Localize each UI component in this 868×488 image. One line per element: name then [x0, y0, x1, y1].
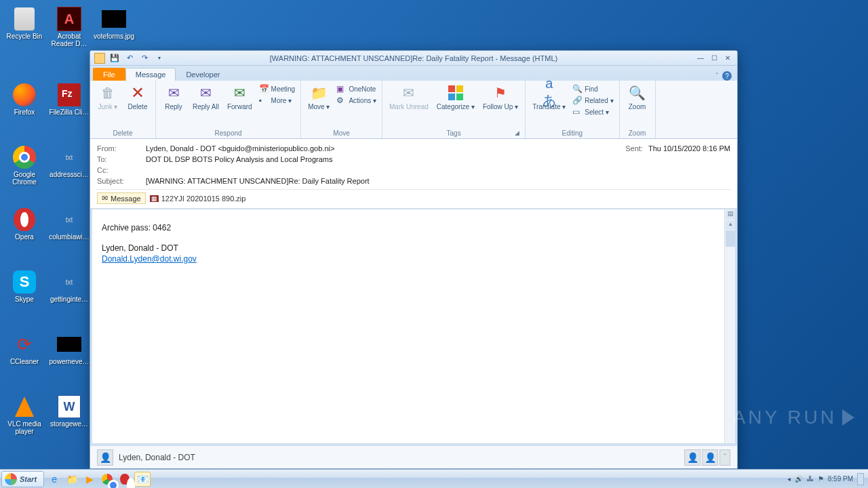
scroll-options-icon[interactable]: ▤ [726, 210, 735, 220]
collapse-ribbon-icon[interactable]: ˆ [716, 73, 718, 80]
taskbar-explorer[interactable]: 📁 [64, 472, 80, 487]
cc-value [146, 166, 730, 174]
desktop-icon-firefox[interactable]: Firefox [4, 80, 45, 127]
to-value: DOT DL DSP BOTS Policy Analysis and Loca… [146, 155, 730, 163]
tray-show-desktop[interactable] [857, 473, 864, 485]
save-icon[interactable]: 💾 [109, 53, 120, 64]
desktop-icon-gettinginte[interactable]: txtgettinginte… [49, 267, 90, 314]
related-button[interactable]: 🔗Related ▾ [571, 95, 614, 106]
minimize-button[interactable]: — [695, 54, 706, 63]
from-label: From: [97, 144, 146, 152]
people-pane-btn-1[interactable]: 👤 [684, 449, 701, 466]
desktop: Recycle Bin AAcrobat Reader D… voteforms… [0, 0, 868, 469]
svg-rect-1 [456, 85, 463, 92]
system-tray: ◂ 🔊 🖧 ⚑ 8:59 PM [787, 473, 868, 485]
outlook-window: 💾 ↶ ↷ ▾ [WARNING: ATTACHMENT UNSCANNED]R… [90, 50, 738, 469]
watermark: ANY RUN [732, 407, 854, 428]
desktop-icon-chrome[interactable]: Google Chrome [4, 142, 45, 190]
desktop-icon-opera[interactable]: Opera [4, 205, 45, 252]
desktop-icon-addresssci[interactable]: txtaddresssci… [49, 142, 90, 190]
scroll-thumb[interactable] [726, 230, 735, 247]
desktop-icon-columbiawi[interactable]: txtcolumbiawi… [49, 205, 90, 252]
people-name: Lyden, Donald - DOT [119, 453, 195, 462]
sent-label: Sent: [625, 144, 643, 152]
group-zoom-label: Zoom [624, 128, 651, 138]
meeting-button[interactable]: 📅Meeting [258, 83, 297, 94]
undo-icon[interactable]: ↶ [124, 53, 135, 64]
tray-volume-icon[interactable]: 🔊 [795, 475, 803, 483]
play-icon [842, 409, 854, 426]
close-button[interactable]: ✕ [722, 54, 733, 63]
signature-email-link[interactable]: Donald.Lyden@dot.wi.gov [102, 254, 197, 264]
group-move-label: Move [305, 128, 378, 138]
desktop-icon-vlc[interactable]: VLC media player [4, 392, 45, 439]
tab-developer[interactable]: Developer [176, 68, 230, 81]
subject-value: [WARNING: ATTACHMENT UNSCANNED]Re: Daily… [146, 177, 730, 185]
message-body-area: Archive pass: 0462 Lyden, Donald - DOT D… [92, 209, 736, 444]
message-body: Archive pass: 0462 Lyden, Donald - DOT D… [92, 209, 735, 277]
actions-button[interactable]: ⚙Actions ▾ [335, 95, 378, 106]
junk-button[interactable]: 🗑Junk ▾ [94, 82, 121, 112]
help-icon[interactable]: ? [722, 71, 732, 81]
tray-expand-icon[interactable]: ◂ [787, 475, 791, 483]
signature-name: Lyden, Donald - DOT [102, 243, 726, 253]
ribbon: 🗑Junk ▾ ✕Delete Delete ✉Reply ✉Reply All… [90, 81, 737, 139]
followup-button[interactable]: ⚑Follow Up ▾ [480, 82, 521, 112]
taskbar: Start e 📁 ▶ 📧 ◂ 🔊 🖧 ⚑ 8:59 PM [0, 469, 868, 488]
desktop-icon-storagewe[interactable]: Wstoragewe… [49, 392, 90, 439]
outlook-icon [94, 53, 105, 64]
svg-rect-3 [456, 94, 463, 100]
windows-logo-icon [5, 473, 17, 485]
redo-icon[interactable]: ↷ [139, 53, 150, 64]
avatar-icon: 👤 [97, 449, 113, 466]
quick-access-toolbar: 💾 ↶ ↷ ▾ [WARNING: ATTACHMENT UNSCANNED]R… [90, 51, 737, 66]
desktop-icon-skype[interactable]: SSkype [4, 267, 45, 314]
sent-value: Thu 10/15/2020 8:16 PM [648, 144, 730, 152]
more-button[interactable]: ▪More ▾ [258, 95, 297, 106]
group-delete-label: Delete [94, 128, 151, 138]
onenote-button[interactable]: ▣OneNote [335, 83, 378, 94]
taskbar-chrome[interactable] [99, 472, 115, 487]
people-pane-expand-icon[interactable]: ˆ [719, 449, 730, 466]
tray-flag-icon[interactable]: ⚑ [818, 475, 824, 483]
message-chip[interactable]: ✉Message [97, 192, 146, 204]
maximize-button[interactable]: ☐ [709, 54, 719, 63]
scroll-up-icon[interactable]: ▴ [726, 220, 735, 230]
forward-button[interactable]: ✉Forward [224, 82, 255, 112]
ribbon-tabs: File Message Developer ˆ ? [90, 66, 737, 81]
select-button[interactable]: ▭Select ▾ [571, 106, 614, 117]
taskbar-opera[interactable] [117, 472, 133, 487]
group-respond-label: Respond [160, 128, 296, 138]
zoom-button[interactable]: 🔍Zoom [624, 82, 651, 112]
reply-all-button[interactable]: ✉Reply All [190, 82, 222, 112]
taskbar-ie[interactable]: e [46, 472, 62, 487]
cc-label: Cc: [97, 166, 146, 174]
archive-icon: ▦ [150, 195, 159, 202]
desktop-icon-filezilla[interactable]: FileZilla Cli… [49, 80, 90, 127]
start-button[interactable]: Start [1, 471, 44, 487]
desktop-icon-voteforms[interactable]: voteforms.jpg [94, 4, 134, 52]
reply-button[interactable]: ✉Reply [160, 82, 187, 112]
tray-network-icon[interactable]: 🖧 [807, 475, 814, 483]
attachment-chip[interactable]: ▦122YJI 20201015 890.zip [150, 195, 246, 203]
tab-message[interactable]: Message [125, 68, 176, 81]
tab-file[interactable]: File [93, 68, 125, 81]
delete-button[interactable]: ✕Delete [124, 82, 151, 112]
qat-dropdown-icon[interactable]: ▾ [154, 53, 165, 64]
taskbar-wmp[interactable]: ▶ [81, 472, 98, 487]
translate-button[interactable]: aあTranslate ▾ [530, 82, 568, 112]
categorize-button[interactable]: Categorize ▾ [434, 82, 477, 112]
people-pane-btn-2[interactable]: 👤 [702, 449, 718, 466]
message-headers: From: Lyden, Donald - DOT <bguido@minist… [90, 139, 737, 209]
taskbar-outlook[interactable]: 📧 [134, 472, 151, 487]
desktop-icon-recycle-bin[interactable]: Recycle Bin [4, 4, 45, 52]
desktop-icon-ccleaner[interactable]: ⟳CCleaner [4, 329, 45, 377]
desktop-icon-powerneve[interactable]: powerneve… [49, 329, 90, 377]
find-button[interactable]: 🔍Find [571, 83, 614, 94]
tray-clock[interactable]: 8:59 PM [828, 475, 853, 483]
move-button[interactable]: 📁Move ▾ [305, 82, 332, 112]
svg-rect-0 [448, 85, 455, 92]
mark-unread-button[interactable]: ✉Mark Unread [387, 82, 431, 112]
desktop-icon-acrobat[interactable]: AAcrobat Reader D… [49, 4, 90, 52]
group-tags-label: Tags◢ [387, 128, 521, 138]
